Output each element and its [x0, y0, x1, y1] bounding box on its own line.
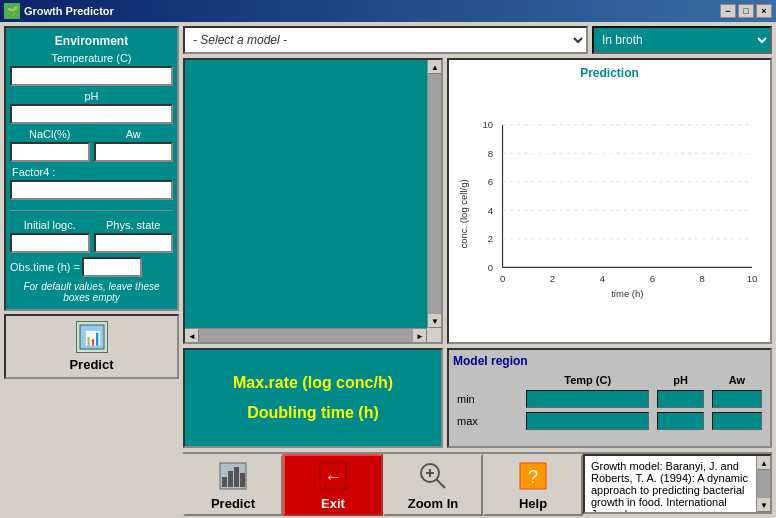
app-icon: 🌱: [4, 3, 20, 19]
bottom-bar: Predict ← Exit: [183, 452, 772, 514]
prediction-chart: Prediction conc. (log cell/g): [447, 58, 772, 344]
min-ph-input[interactable]: [657, 390, 703, 408]
model-region-title: Model region: [453, 354, 766, 368]
min-aw-input[interactable]: [712, 390, 762, 408]
zoom-in-label: Zoom In: [408, 496, 459, 511]
min-aw-cell: [708, 388, 766, 410]
info-scroll-down[interactable]: ▼: [757, 498, 771, 512]
info-scroll-track: [757, 470, 770, 498]
chart-title: Prediction: [455, 66, 764, 80]
main-content: Environment Temperature (C) pH NaCl(%) A…: [0, 22, 776, 518]
maximize-button[interactable]: □: [738, 4, 754, 18]
col-temp: Temp (C): [522, 372, 653, 388]
zoom-in-icon: [417, 460, 449, 492]
col-empty: [453, 372, 522, 388]
svg-text:10: 10: [482, 119, 493, 130]
svg-rect-24: [222, 477, 227, 487]
help-button[interactable]: ? Help: [483, 454, 583, 516]
obs-time-label: Obs.time (h) =: [10, 261, 80, 273]
nacl-input[interactable]: [10, 142, 90, 162]
svg-rect-26: [234, 467, 239, 487]
aw-input[interactable]: [94, 142, 174, 162]
default-hint: For default values, leave these boxes em…: [10, 281, 173, 303]
predict-bottom-button[interactable]: Predict: [183, 454, 283, 516]
info-area: Growth model: Baranyi, J. and Roberts, T…: [583, 454, 772, 514]
canvas-area: ▲ ▼ ◄ ► Max.rate (log conc/h) Doubling t…: [183, 58, 443, 448]
phys-state-label: Phys. state: [94, 219, 174, 231]
phys-state-input[interactable]: [94, 233, 174, 253]
max-aw-input[interactable]: [712, 412, 762, 430]
region-table: Temp (C) pH Aw min: [453, 372, 766, 432]
svg-text:?: ?: [528, 467, 538, 487]
scroll-up-button[interactable]: ▲: [428, 60, 442, 74]
obs-time-input[interactable]: [82, 257, 142, 277]
output-box: Max.rate (log conc/h) Doubling time (h): [183, 348, 443, 448]
scroll-corner: [427, 328, 441, 342]
svg-text:8: 8: [488, 148, 493, 159]
max-rate-label: Max.rate (log conc/h): [233, 374, 393, 392]
chart-area: Prediction conc. (log cell/g): [447, 58, 772, 448]
svg-text:2: 2: [550, 273, 555, 284]
max-ph-cell: [653, 410, 707, 432]
predict-icon: 📊: [76, 321, 108, 353]
predict-label: Predict: [69, 357, 113, 372]
broth-select[interactable]: In broth: [592, 26, 772, 54]
svg-line-31: [436, 479, 445, 488]
predict-area[interactable]: 📊 Predict: [4, 314, 179, 379]
nacl-label: NaCl(%): [10, 128, 90, 140]
svg-text:6: 6: [650, 273, 655, 284]
canvas-inner: [185, 60, 427, 328]
help-icon: ?: [517, 460, 549, 492]
svg-text:10: 10: [747, 273, 758, 284]
initial-logc-input[interactable]: [10, 233, 90, 253]
svg-text:4: 4: [600, 273, 605, 284]
scroll-right-button[interactable]: ►: [413, 329, 427, 343]
minimize-button[interactable]: −: [720, 4, 736, 18]
min-temp-cell: [522, 388, 653, 410]
obs-time-row: Obs.time (h) =: [10, 257, 173, 277]
min-temp-input[interactable]: [526, 390, 649, 408]
scroll-track-h: [199, 329, 413, 342]
exit-icon: ←: [317, 460, 349, 492]
model-select[interactable]: - Select a model -: [183, 26, 588, 54]
main-canvas: ▲ ▼ ◄ ►: [183, 58, 443, 344]
min-row: min: [453, 388, 766, 410]
initial-section: Initial logc. Phys. state: [10, 215, 173, 253]
zoom-in-button[interactable]: Zoom In: [383, 454, 483, 516]
canvas-scrollbar-v: ▲ ▼: [427, 60, 441, 328]
exit-label: Exit: [321, 496, 345, 511]
svg-text:8: 8: [700, 273, 705, 284]
middle-section: ▲ ▼ ◄ ► Max.rate (log conc/h) Doubling t…: [183, 58, 772, 448]
info-scroll-up[interactable]: ▲: [757, 456, 771, 470]
doubling-time-label: Doubling time (h): [247, 404, 379, 422]
top-toolbar: - Select a model - In broth: [183, 26, 772, 54]
min-label: min: [453, 388, 522, 410]
close-button[interactable]: ×: [756, 4, 772, 18]
initial-logc-label: Initial logc.: [10, 219, 90, 231]
temperature-input[interactable]: [10, 66, 173, 86]
max-temp-cell: [522, 410, 653, 432]
svg-text:2: 2: [488, 233, 493, 244]
info-text: Growth model: Baranyi, J. and Roberts, T…: [591, 460, 748, 514]
help-label: Help: [519, 496, 547, 511]
svg-text:6: 6: [488, 176, 493, 187]
exit-button[interactable]: ← Exit: [283, 454, 383, 516]
scroll-down-button[interactable]: ▼: [428, 314, 442, 328]
col-ph: pH: [653, 372, 707, 388]
left-panel: Environment Temperature (C) pH NaCl(%) A…: [4, 26, 179, 514]
factor4-input[interactable]: [10, 180, 173, 200]
svg-text:time (h): time (h): [611, 288, 643, 299]
factor4-label: Factor4 :: [10, 166, 173, 178]
min-ph-cell: [653, 388, 707, 410]
svg-text:0: 0: [500, 273, 505, 284]
max-label: max: [453, 410, 522, 432]
svg-rect-25: [228, 471, 233, 487]
max-ph-input[interactable]: [657, 412, 703, 430]
scroll-left-button[interactable]: ◄: [185, 329, 199, 343]
predict-bottom-icon: [217, 460, 249, 492]
center-right-panel: - Select a model - In broth ▲ ▼ ◄: [183, 26, 772, 514]
max-temp-input[interactable]: [526, 412, 649, 430]
app-title: Growth Predictor: [24, 5, 114, 17]
ph-input[interactable]: [10, 104, 173, 124]
max-aw-cell: [708, 410, 766, 432]
